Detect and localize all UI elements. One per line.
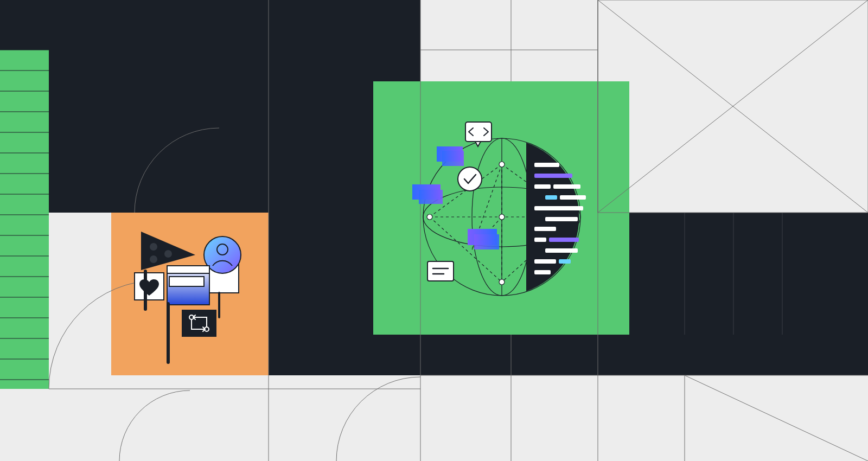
svg-point-43 <box>164 250 172 258</box>
svg-rect-3 <box>629 213 868 335</box>
svg-point-71 <box>499 214 505 220</box>
svg-rect-88 <box>534 270 551 274</box>
check-icon <box>458 167 482 191</box>
svg-point-72 <box>499 279 505 285</box>
svg-rect-4 <box>420 335 868 375</box>
svg-rect-84 <box>549 238 579 242</box>
text-lines-icon <box>427 261 454 281</box>
svg-rect-86 <box>534 259 556 264</box>
svg-point-97 <box>458 167 482 191</box>
svg-rect-52 <box>182 310 216 337</box>
svg-rect-49 <box>167 266 209 273</box>
svg-point-42 <box>150 243 157 251</box>
heart-card-icon <box>135 273 164 300</box>
svg-rect-78 <box>545 195 557 200</box>
svg-rect-98 <box>427 261 454 281</box>
svg-rect-76 <box>534 184 551 189</box>
svg-point-70 <box>499 162 505 167</box>
svg-rect-5 <box>0 50 49 389</box>
svg-rect-81 <box>545 217 578 221</box>
svg-rect-87 <box>559 259 571 264</box>
svg-rect-75 <box>534 174 572 178</box>
svg-rect-83 <box>534 238 546 242</box>
svg-rect-90 <box>442 151 464 166</box>
green-panel <box>373 81 629 335</box>
svg-rect-85 <box>545 248 578 253</box>
svg-point-73 <box>427 214 432 220</box>
svg-rect-74 <box>534 163 559 167</box>
svg-rect-79 <box>560 195 586 200</box>
svg-rect-77 <box>553 184 580 189</box>
git-compare-icon <box>182 310 216 337</box>
svg-rect-82 <box>534 227 556 231</box>
svg-line-40 <box>685 375 868 461</box>
svg-rect-1 <box>49 50 420 213</box>
svg-point-44 <box>150 255 157 263</box>
svg-rect-92 <box>419 190 443 204</box>
svg-rect-50 <box>169 277 204 286</box>
svg-rect-80 <box>534 206 583 210</box>
green-sidebar <box>0 50 49 389</box>
composition-svg <box>0 0 868 461</box>
svg-rect-0 <box>0 0 420 50</box>
svg-rect-94 <box>474 234 499 249</box>
window-card-icon <box>167 266 209 305</box>
